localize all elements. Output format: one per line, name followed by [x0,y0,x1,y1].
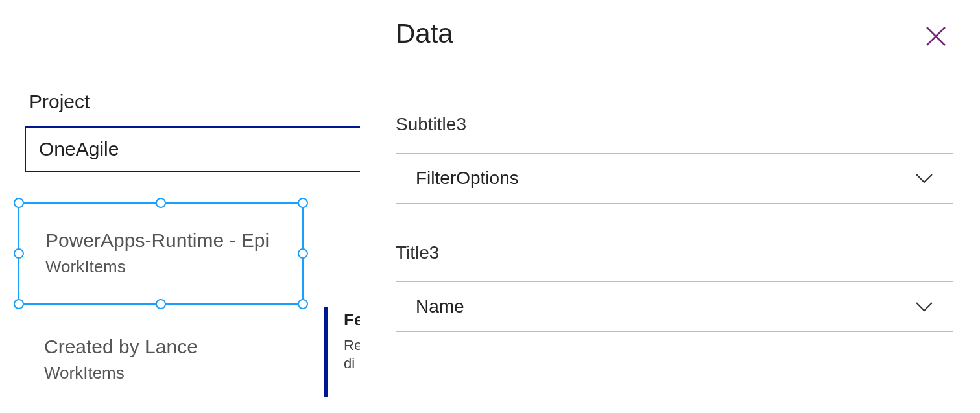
chevron-down-icon [915,301,933,312]
dropdown-title3[interactable]: Name [396,281,953,332]
data-panel: Data Subtitle3 FilterOptions Title3 Name [360,0,980,413]
selection-accent-bar [324,307,328,397]
peek-text-line2: di [344,355,360,372]
resize-handle-top-right[interactable] [298,198,308,208]
card-subtitle: WorkItems [45,257,126,277]
resize-handle-middle-left[interactable] [14,248,24,259]
resize-handle-middle-right[interactable] [298,248,308,259]
peek-text-line1: Re [344,337,360,354]
project-input-value: OneAgile [39,138,119,160]
peek-text-bold: Fe [344,310,360,330]
list-item-subtitle: WorkItems [44,363,125,383]
resize-handle-bottom-center[interactable] [156,299,166,309]
resize-handle-bottom-right[interactable] [298,299,308,309]
panel-title: Data [396,18,948,49]
dropdown-subtitle3[interactable]: FilterOptions [396,153,953,204]
card-title: PowerApps-Runtime - Epi [45,230,298,252]
list-item-title: Created by Lance [44,336,198,358]
selected-gallery-item[interactable]: PowerApps-Runtime - Epi WorkItems [18,202,304,305]
resize-handle-top-center[interactable] [156,198,166,208]
project-input[interactable]: OneAgile [25,126,360,172]
dropdown-value: Name [416,296,464,317]
field-label-subtitle3: Subtitle3 [396,114,948,135]
resize-handle-bottom-left[interactable] [14,299,24,309]
field-label-title3: Title3 [396,242,948,263]
chevron-down-icon [915,173,933,183]
close-icon[interactable] [924,25,948,48]
dropdown-value: FilterOptions [416,168,519,189]
canvas-area: Project OneAgile PowerApps-Runtime - Epi… [0,0,360,413]
project-label: Project [29,91,90,113]
resize-handle-top-left[interactable] [14,198,24,208]
